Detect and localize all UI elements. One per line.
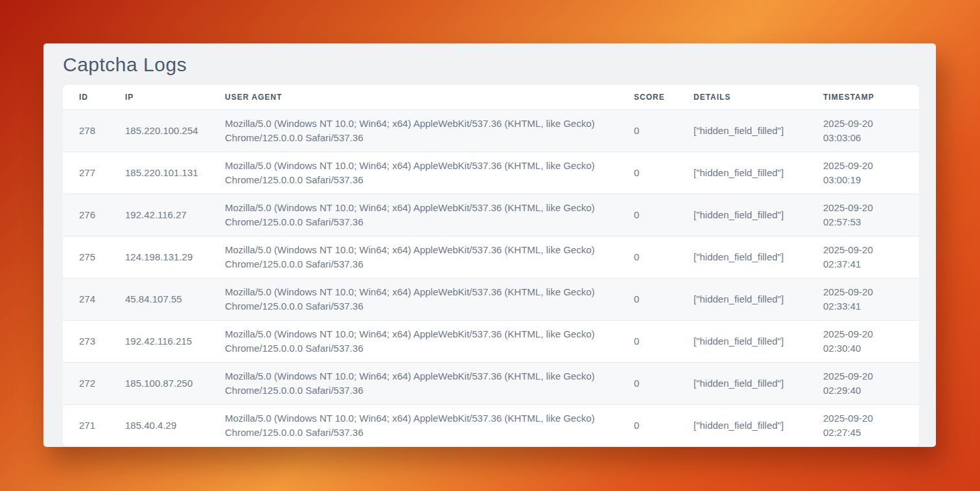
cell-timestamp: 2025-09-20 02:57:53: [823, 194, 919, 236]
cell-id: 275: [63, 236, 125, 278]
cell-id: 272: [63, 362, 125, 404]
column-header-score: SCORE: [634, 85, 694, 109]
column-header-id: ID: [63, 85, 125, 109]
table-header-row: ID IP USER AGENT SCORE DETAILS TIMESTAMP: [63, 85, 919, 109]
cell-timestamp: 2025-09-20 02:27:45: [823, 404, 919, 446]
cell-user-agent: Mozilla/5.0 (Windows NT 10.0; Win64; x64…: [225, 152, 634, 194]
table-row: 272 185.100.87.250 Mozilla/5.0 (Windows …: [63, 362, 919, 404]
logs-table-container: ID IP USER AGENT SCORE DETAILS TIMESTAMP…: [63, 85, 919, 446]
cell-score: 0: [634, 152, 694, 194]
captcha-logs-table: ID IP USER AGENT SCORE DETAILS TIMESTAMP…: [63, 85, 919, 446]
cell-id: 274: [63, 278, 125, 320]
cell-score: 0: [634, 278, 694, 320]
cell-details: ["hidden_field_filled"]: [694, 194, 823, 236]
cell-timestamp: 2025-09-20 02:30:40: [823, 320, 919, 362]
table-row: 274 45.84.107.55 Mozilla/5.0 (Windows NT…: [63, 278, 919, 320]
cell-details: ["hidden_field_filled"]: [694, 404, 823, 446]
table-row: 276 192.42.116.27 Mozilla/5.0 (Windows N…: [63, 194, 919, 236]
cell-user-agent: Mozilla/5.0 (Windows NT 10.0; Win64; x64…: [225, 194, 634, 236]
cell-ip: 192.42.116.27: [125, 194, 225, 236]
cell-details: ["hidden_field_filled"]: [694, 236, 823, 278]
cell-id: 273: [63, 320, 125, 362]
cell-ip: 192.42.116.215: [125, 320, 225, 362]
page-title: Captcha Logs: [63, 52, 187, 77]
cell-score: 0: [634, 320, 694, 362]
cell-ip: 185.100.87.250: [125, 362, 225, 404]
table-header: ID IP USER AGENT SCORE DETAILS TIMESTAMP: [63, 85, 919, 109]
cell-details: ["hidden_field_filled"]: [694, 109, 823, 152]
table-row: 278 185.220.100.254 Mozilla/5.0 (Windows…: [63, 109, 919, 152]
cell-timestamp: 2025-09-20 03:03:06: [823, 109, 919, 152]
column-header-ip: IP: [125, 85, 225, 109]
cell-ip: 185.220.100.254: [125, 109, 225, 152]
table-row: 273 192.42.116.215 Mozilla/5.0 (Windows …: [63, 320, 919, 362]
captcha-logs-card: Captcha Logs ID IP USER AGENT SCORE DETA…: [43, 43, 936, 447]
cell-score: 0: [634, 362, 694, 404]
cell-user-agent: Mozilla/5.0 (Windows NT 10.0; Win64; x64…: [225, 236, 634, 278]
cell-user-agent: Mozilla/5.0 (Windows NT 10.0; Win64; x64…: [225, 362, 634, 404]
cell-id: 276: [63, 194, 125, 236]
cell-timestamp: 2025-09-20 03:00:19: [823, 152, 919, 194]
table-row: 271 185.40.4.29 Mozilla/5.0 (Windows NT …: [63, 404, 919, 446]
column-header-details: DETAILS: [694, 85, 823, 109]
cell-id: 271: [63, 404, 125, 446]
cell-score: 0: [634, 236, 694, 278]
cell-details: ["hidden_field_filled"]: [694, 278, 823, 320]
cell-score: 0: [634, 109, 694, 152]
column-header-user-agent: USER AGENT: [225, 85, 634, 109]
cell-score: 0: [634, 404, 694, 446]
cell-user-agent: Mozilla/5.0 (Windows NT 10.0; Win64; x64…: [225, 278, 634, 320]
cell-ip: 45.84.107.55: [125, 278, 225, 320]
cell-ip: 185.40.4.29: [125, 404, 225, 446]
cell-id: 278: [63, 109, 125, 152]
cell-ip: 185.220.101.131: [125, 152, 225, 194]
cell-timestamp: 2025-09-20 02:33:41: [823, 278, 919, 320]
table-row: 275 124.198.131.29 Mozilla/5.0 (Windows …: [63, 236, 919, 278]
cell-details: ["hidden_field_filled"]: [694, 320, 823, 362]
table-body: 278 185.220.100.254 Mozilla/5.0 (Windows…: [63, 109, 919, 446]
cell-timestamp: 2025-09-20 02:29:40: [823, 362, 919, 404]
cell-user-agent: Mozilla/5.0 (Windows NT 10.0; Win64; x64…: [225, 404, 634, 446]
cell-user-agent: Mozilla/5.0 (Windows NT 10.0; Win64; x64…: [225, 320, 634, 362]
cell-id: 277: [63, 152, 125, 194]
page-background: { "page": { "title": "Captcha Logs" }, "…: [0, 0, 980, 491]
column-header-timestamp: TIMESTAMP: [823, 85, 919, 109]
cell-timestamp: 2025-09-20 02:37:41: [823, 236, 919, 278]
cell-ip: 124.198.131.29: [125, 236, 225, 278]
cell-user-agent: Mozilla/5.0 (Windows NT 10.0; Win64; x64…: [225, 109, 634, 152]
cell-score: 0: [634, 194, 694, 236]
cell-details: ["hidden_field_filled"]: [694, 362, 823, 404]
table-row: 277 185.220.101.131 Mozilla/5.0 (Windows…: [63, 152, 919, 194]
cell-details: ["hidden_field_filled"]: [694, 152, 823, 194]
